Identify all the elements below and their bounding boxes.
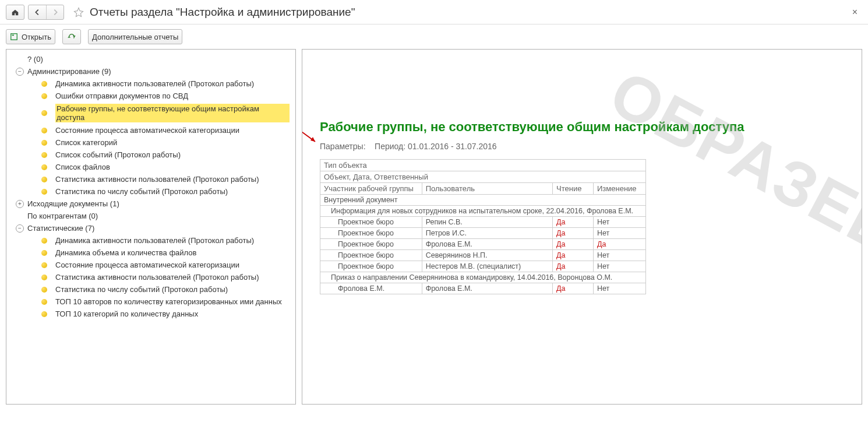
report-icon (41, 311, 47, 317)
tree-group-outgoing[interactable]: +Исходящие документы (1) (6, 198, 295, 210)
tree-group-unknown[interactable]: ? (0) (6, 53, 295, 65)
open-button-label: Открыть (22, 33, 51, 41)
report-icon (41, 177, 47, 182)
tree-item[interactable]: Динамика активности пользователей (Прото… (6, 234, 295, 247)
report-icon (41, 140, 47, 146)
extra-reports-label: Дополнительные отчеты (92, 33, 178, 41)
report-icon (41, 262, 47, 268)
report-icon (41, 152, 47, 158)
close-button[interactable]: × (848, 6, 862, 19)
collapse-icon[interactable]: − (16, 224, 24, 233)
forward-button[interactable] (46, 5, 63, 19)
report-icon (41, 250, 47, 256)
tree-group-stats[interactable]: −Статистические (7) (6, 222, 295, 234)
page-title: Отчеты раздела "Настройка и администриро… (90, 6, 355, 19)
collapse-icon[interactable]: − (16, 68, 24, 76)
tree-item[interactable]: Статистика активности пользователей (Про… (6, 271, 295, 283)
report-icon (41, 81, 47, 87)
tree-item-selected[interactable]: Рабочие группы, не соответствующие общим… (6, 102, 295, 124)
report-icon (41, 189, 47, 195)
report-table: Тип объекта Объект, Дата, Ответственный … (320, 159, 646, 294)
tree-item[interactable]: Статистика активности пользователей (Про… (6, 173, 295, 185)
report-title: Рабочие группы, не соответствующие общим… (320, 119, 850, 135)
tree-item[interactable]: Список категорий (6, 136, 295, 149)
svg-rect-0 (11, 34, 17, 40)
tree-group-admin[interactable]: −Администрирование (9) (6, 65, 295, 78)
tree-item[interactable]: Состояние процесса автоматической катего… (6, 259, 295, 271)
arrow-annotation-icon (302, 129, 321, 146)
report-params: Параметры: Период: 01.01.2016 - 31.07.20… (320, 142, 850, 151)
report-icon (41, 299, 47, 305)
home-button[interactable] (6, 5, 24, 20)
svg-rect-1 (12, 35, 15, 36)
nav-group (28, 5, 64, 20)
report-preview: ОБРАЗЕЦ Рабочие группы, не соответствующ… (302, 49, 862, 405)
tree-item[interactable]: Динамика объема и количества файлов (6, 247, 295, 259)
tree-item[interactable]: Список файлов (6, 161, 295, 173)
open-button[interactable]: Открыть (6, 29, 55, 44)
report-icon (41, 238, 47, 244)
tree-item[interactable]: Ошибки отправки документов по СВД (6, 90, 295, 102)
tree-item[interactable]: Динамика активности пользователей (Прото… (6, 78, 295, 90)
report-icon (41, 110, 47, 116)
expand-icon[interactable]: + (16, 200, 24, 208)
tree-item[interactable]: Состояние процесса автоматической катего… (6, 124, 295, 136)
tree-item[interactable]: Статистика по числу событий (Протокол ра… (6, 283, 295, 296)
report-icon (41, 93, 47, 99)
favorite-star-icon[interactable] (72, 6, 85, 19)
extra-reports-button[interactable]: Дополнительные отчеты (88, 29, 182, 44)
report-icon (41, 287, 47, 293)
report-icon (41, 128, 47, 133)
back-button[interactable] (29, 5, 46, 19)
tree-item[interactable]: ТОП 10 авторов по количеству категоризир… (6, 296, 295, 308)
refresh-button[interactable] (62, 29, 81, 44)
tree-item[interactable]: Статистика по числу событий (Протокол ра… (6, 185, 295, 198)
reports-tree: ? (0) −Администрирование (9) Динамика ак… (6, 49, 296, 405)
tree-item[interactable]: Список событий (Протокол работы) (6, 149, 295, 161)
tree-group-contragents[interactable]: По контрагентам (0) (6, 210, 295, 222)
report-icon (41, 275, 47, 280)
report-icon (41, 164, 47, 170)
tree-item[interactable]: ТОП 10 категорий по количеству данных (6, 308, 295, 320)
